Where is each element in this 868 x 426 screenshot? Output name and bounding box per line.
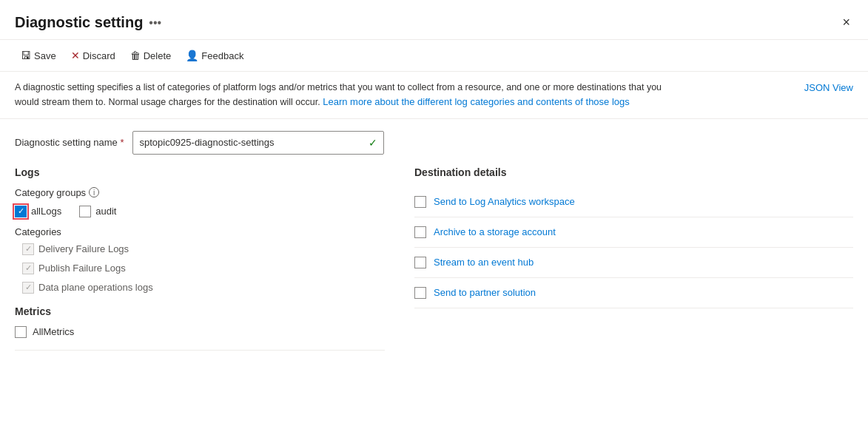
publish-partial-icon: ✓	[25, 263, 32, 273]
metrics-section: Metrics AllMetrics	[15, 305, 385, 338]
bottom-divider	[15, 350, 385, 351]
allmetrics-checkbox[interactable]	[15, 326, 27, 338]
categories-title: Categories	[15, 226, 385, 237]
data-plane-checkbox: ✓	[22, 282, 34, 294]
publish-failure-label: Publish Failure Logs	[38, 263, 126, 274]
more-icon[interactable]: •••	[149, 16, 161, 30]
dest-partner-row: Send to partner solution	[414, 278, 853, 308]
field-label: Diagnostic setting name *	[15, 137, 124, 148]
panel-title: Diagnostic setting	[15, 14, 143, 31]
delivery-partial-icon: ✓	[25, 244, 32, 254]
dest-log-analytics-row: Send to Log Analytics workspace	[414, 187, 853, 217]
allLogs-item: ✓ allLogs	[15, 206, 61, 217]
required-indicator: *	[120, 137, 124, 148]
input-value: sptopic0925-diagnostic-settings	[139, 137, 274, 148]
data-plane-ops-row: ✓ Data plane operations logs	[15, 282, 385, 294]
category-group-checkboxes: ✓ allLogs audit	[15, 206, 385, 217]
diagnostic-name-input[interactable]: sptopic0925-diagnostic-settings ✓	[132, 131, 384, 155]
panel-header: Diagnostic setting ••• ×	[0, 0, 868, 40]
category-groups-label: Category groups i	[15, 187, 385, 198]
dest-storage-row: Archive to a storage account	[414, 217, 853, 248]
publish-failure-logs-row: ✓ Publish Failure Logs	[15, 263, 385, 274]
dest-partner-checkbox[interactable]	[414, 287, 426, 299]
save-button[interactable]: 🖫 Save	[15, 46, 62, 65]
data-plane-partial-icon: ✓	[25, 283, 32, 292]
allLogs-check-icon: ✓	[18, 206, 24, 216]
data-plane-label: Data plane operations logs	[38, 282, 153, 293]
allmetrics-row: AllMetrics	[15, 326, 385, 338]
discard-icon: ✕	[71, 50, 80, 61]
delivery-failure-logs-row: ✓ Delivery Failure Logs	[15, 243, 385, 255]
dest-event-hub-checkbox[interactable]	[414, 257, 426, 268]
audit-item: audit	[79, 206, 116, 217]
discard-button[interactable]: ✕ Discard	[65, 46, 121, 65]
destination-title: Destination details	[414, 166, 853, 178]
dest-storage-checkbox[interactable]	[414, 226, 426, 238]
delivery-failure-label: Delivery Failure Logs	[38, 243, 129, 254]
allLogs-label: allLogs	[31, 206, 61, 217]
logs-section-title: Logs	[15, 166, 385, 178]
info-bar-text: A diagnostic setting specifies a list of…	[15, 81, 681, 109]
dest-partner-link[interactable]: Send to partner solution	[434, 287, 536, 298]
diagnostic-setting-panel: Diagnostic setting ••• × 🖫 Save ✕ Discar…	[0, 0, 868, 426]
save-icon: 🖫	[21, 50, 31, 61]
json-view-link[interactable]: JSON View	[804, 81, 853, 95]
dest-log-analytics-checkbox[interactable]	[414, 196, 426, 208]
delete-icon: 🗑	[130, 50, 141, 61]
learn-more-link[interactable]: Learn more about the different log categ…	[323, 96, 630, 107]
dest-log-analytics-link[interactable]: Send to Log Analytics workspace	[434, 196, 575, 207]
dest-event-hub-link[interactable]: Stream to an event hub	[434, 257, 534, 268]
audit-checkbox[interactable]	[79, 206, 91, 217]
input-check-icon: ✓	[369, 137, 377, 149]
info-bar: A diagnostic setting specifies a list of…	[0, 72, 868, 119]
diagnostic-name-row: Diagnostic setting name * sptopic0925-di…	[15, 131, 853, 155]
logs-column: Logs Category groups i ✓ allLogs	[15, 166, 385, 351]
feedback-button[interactable]: 👤 Feedback	[180, 46, 249, 65]
metrics-title: Metrics	[15, 305, 385, 317]
delete-button[interactable]: 🗑 Delete	[124, 46, 178, 65]
two-column-layout: Logs Category groups i ✓ allLogs	[15, 166, 853, 351]
toolbar: 🖫 Save ✕ Discard 🗑 Delete 👤 Feedback	[0, 40, 868, 72]
info-icon[interactable]: i	[89, 187, 99, 197]
destination-column: Destination details Send to Log Analytic…	[414, 166, 853, 351]
allmetrics-label: AllMetrics	[33, 326, 74, 337]
title-row: Diagnostic setting •••	[15, 14, 161, 31]
form-area: Diagnostic setting name * sptopic0925-di…	[0, 119, 868, 362]
publish-failure-checkbox: ✓	[22, 263, 34, 274]
close-button[interactable]: ×	[839, 12, 853, 33]
dest-storage-link[interactable]: Archive to a storage account	[434, 226, 556, 237]
audit-label: audit	[95, 206, 116, 217]
feedback-icon: 👤	[186, 50, 198, 61]
allLogs-checkbox[interactable]: ✓	[15, 206, 27, 217]
delivery-failure-checkbox: ✓	[22, 243, 34, 255]
dest-event-hub-row: Stream to an event hub	[414, 248, 853, 278]
